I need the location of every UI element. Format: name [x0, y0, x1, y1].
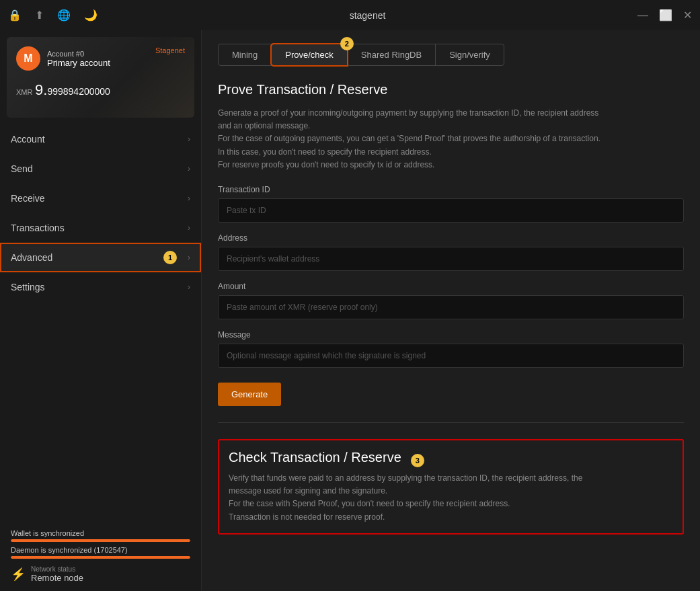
lock-icon[interactable]: 🔒: [8, 9, 22, 22]
account-label: Primary account: [47, 58, 110, 68]
daemon-sync-fill: [11, 556, 190, 559]
check-description: Verify that funds were paid to an addres…: [229, 472, 673, 524]
account-balance: XMR 9.999894200000: [16, 81, 185, 99]
wallet-sync-status: Wallet is synchronized: [11, 529, 190, 542]
message-group: Message: [218, 330, 684, 368]
lightning-icon: ⚡: [11, 567, 26, 582]
network-status: ⚡ Network status Remote node: [11, 565, 190, 583]
balance-xmr-label: XMR: [16, 88, 32, 96]
balance-dec: 999894200000: [47, 86, 110, 97]
titlebar-left-icons: 🔒 ⬆ 🌐 🌙: [8, 9, 98, 22]
chevron-icon: ›: [188, 282, 190, 292]
message-input[interactable]: [218, 344, 684, 368]
amount-label: Amount: [218, 282, 684, 291]
account-info: Account #0 Primary account: [47, 50, 110, 68]
balance-int: 9.: [35, 81, 47, 98]
account-card: M Account #0 Primary account Stagenet XM…: [7, 37, 194, 118]
sidebar-item-receive[interactable]: Receive ›: [0, 184, 201, 213]
sidebar-nav: Account › Send › Receive › Transactions …: [0, 124, 201, 302]
tab-prove-check-badge: 2: [340, 37, 354, 50]
chevron-icon: ›: [188, 164, 190, 173]
network-status-label: Network status: [31, 565, 83, 573]
stagenet-badge: Stagenet: [155, 46, 185, 54]
tx-id-group: Transaction ID: [218, 185, 684, 223]
tab-sign-verify[interactable]: Sign/verify: [435, 44, 504, 66]
daemon-sync-label: Daemon is synchronized (1702547): [11, 546, 190, 554]
network-info: Network status Remote node: [31, 565, 83, 583]
monero-logo: M: [16, 46, 40, 71]
window-controls: — ⬜ ✕: [637, 9, 692, 22]
tab-shared-ringdb[interactable]: Shared RingDB: [347, 44, 436, 66]
chevron-icon: ›: [188, 134, 190, 144]
tx-id-label: Transaction ID: [218, 185, 684, 194]
account-number: Account #0: [47, 50, 110, 58]
amount-group: Amount: [218, 282, 684, 319]
check-title-row: Check Transaction / Reserve 3: [229, 450, 673, 472]
sidebar-item-send[interactable]: Send ›: [0, 154, 201, 184]
sidebar-item-transactions[interactable]: Transactions ›: [0, 213, 201, 243]
sidebar-footer: Wallet is synchronized Daemon is synchro…: [0, 521, 201, 591]
network-status-value: Remote node: [31, 573, 83, 583]
wallet-sync-bar: [11, 539, 190, 542]
moon-icon[interactable]: 🌙: [84, 9, 98, 22]
tx-id-input[interactable]: [218, 198, 684, 223]
sidebar-item-settings[interactable]: Settings ›: [0, 272, 201, 302]
tab-prove-check[interactable]: Prove/check: [271, 44, 348, 66]
chevron-icon: ›: [188, 223, 190, 233]
balance-amount: 9.999894200000: [35, 81, 110, 98]
wallet-sync-label: Wallet is synchronized: [11, 529, 190, 537]
wallet-sync-fill: [11, 539, 190, 542]
advanced-badge: 1: [163, 251, 177, 264]
tab-prove-check-wrapper: Prove/check 2: [271, 44, 347, 66]
generate-button[interactable]: Generate: [218, 383, 281, 406]
sidebar: M Account #0 Primary account Stagenet XM…: [0, 30, 202, 591]
tab-mining[interactable]: Mining: [218, 44, 272, 66]
sidebar-item-advanced[interactable]: Advanced 1 ›: [0, 243, 201, 272]
export-icon[interactable]: ⬆: [35, 9, 44, 22]
sidebar-item-account[interactable]: Account ›: [0, 124, 201, 154]
address-input[interactable]: [218, 247, 684, 271]
prove-title: Prove Transaction / Reserve: [218, 82, 684, 97]
amount-input[interactable]: [218, 295, 684, 319]
daemon-sync-status: Daemon is synchronized (1702547): [11, 546, 190, 559]
titlebar: 🔒 ⬆ 🌐 🌙 stagenet — ⬜ ✕: [0, 0, 700, 30]
content-area: Mining Prove/check 2 Shared RingDB Sign/…: [202, 30, 700, 591]
section-divider: [218, 422, 684, 423]
main-layout: M Account #0 Primary account Stagenet XM…: [0, 30, 700, 591]
minimize-icon[interactable]: —: [637, 9, 648, 22]
message-label: Message: [218, 330, 684, 340]
address-label: Address: [218, 233, 684, 243]
close-icon[interactable]: ✕: [683, 9, 692, 22]
check-title: Check Transaction / Reserve: [229, 450, 401, 465]
tabs-bar: Mining Prove/check 2 Shared RingDB Sign/…: [218, 44, 684, 66]
prove-description: Generate a proof of your incoming/outgoi…: [218, 107, 684, 171]
address-group: Address: [218, 233, 684, 271]
prove-section: Prove Transaction / Reserve Generate a p…: [218, 82, 684, 406]
check-section: Check Transaction / Reserve 3 Verify tha…: [218, 439, 684, 535]
chevron-icon: ›: [188, 253, 190, 262]
check-section-badge: 3: [411, 454, 424, 467]
window-title: stagenet: [350, 10, 386, 21]
chevron-icon: ›: [188, 194, 190, 203]
daemon-sync-bar: [11, 556, 190, 559]
maximize-icon[interactable]: ⬜: [659, 9, 672, 22]
globe-icon[interactable]: 🌐: [57, 9, 71, 22]
